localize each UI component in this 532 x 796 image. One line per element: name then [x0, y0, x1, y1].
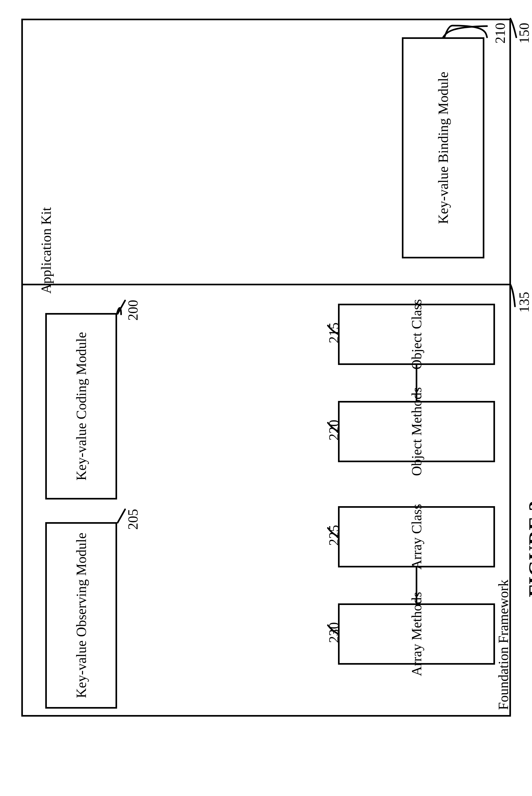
ref-135: 135	[516, 292, 532, 313]
ref-230: 230	[326, 622, 342, 643]
ref-200: 200	[125, 300, 141, 321]
section-divider	[21, 284, 511, 285]
key-value-binding-module-box: Key-value Binding Module	[402, 37, 484, 258]
connector-array	[416, 567, 417, 603]
array-class-box: Array Class	[338, 506, 495, 567]
ref-215: 215	[326, 323, 342, 343]
array-methods-box: Array Methods	[338, 603, 495, 665]
foundation-framework-label: Foundation Framework	[496, 579, 511, 710]
object-methods-box: Object Methods	[338, 401, 495, 462]
object-class-box: Object Class	[338, 304, 495, 365]
array-class-label: Array Class	[409, 504, 424, 570]
connector-object	[416, 365, 417, 401]
figure-label: FIGURE 2	[524, 501, 532, 597]
diagram-canvas: Application Kit Key-value Binding Module…	[0, 0, 532, 796]
ref-225: 225	[326, 525, 342, 546]
application-kit-label: Application Kit	[38, 179, 54, 322]
ref-210: 210	[492, 23, 508, 44]
array-methods-label: Array Methods	[409, 592, 424, 676]
key-value-binding-module-label: Key-value Binding Module	[435, 72, 451, 224]
key-value-coding-module-label: Key-value Coding Module	[73, 332, 89, 480]
object-class-label: Object Class	[409, 299, 424, 369]
key-value-observing-module-label: Key-value Observing Module	[73, 533, 89, 698]
key-value-observing-module-box: Key-value Observing Module	[45, 522, 117, 709]
ref-150: 150	[516, 23, 532, 44]
key-value-coding-module-box: Key-value Coding Module	[45, 313, 117, 500]
ref-205: 205	[125, 509, 141, 530]
ref-220: 220	[326, 420, 342, 441]
